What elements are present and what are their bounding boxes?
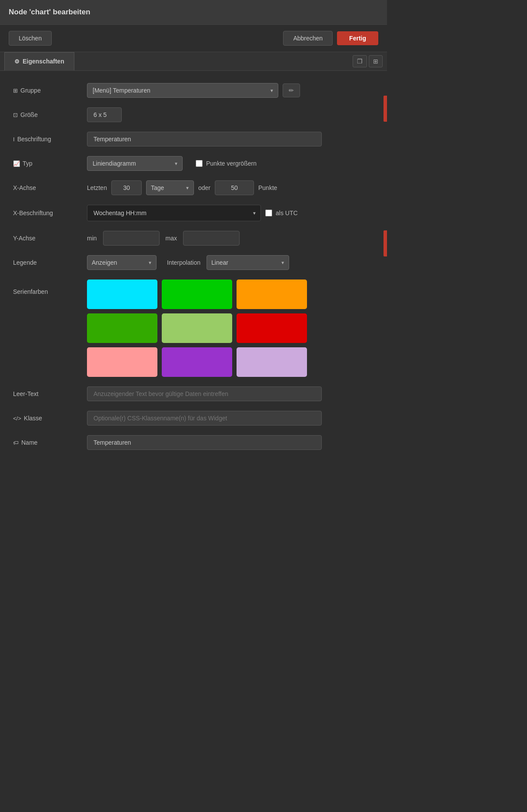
typ-select-wrapper: Liniendiagramm bbox=[87, 156, 183, 171]
xbeschr-select-wrapper: Wochentag HH:mm bbox=[87, 205, 261, 221]
serienfarben-grid bbox=[87, 280, 307, 377]
letzten-label: Letzten bbox=[87, 184, 107, 191]
leertext-input[interactable] bbox=[87, 386, 322, 401]
tab-label: Eigenschaften bbox=[23, 58, 64, 65]
yachse-row: Y-Achse min max bbox=[13, 231, 374, 246]
cancel-button[interactable]: Abbrechen bbox=[283, 31, 333, 46]
tab-icons-right: ❐ ⊞ bbox=[353, 55, 383, 67]
xbeschr-row: X-Beschriftung Wochentag HH:mm als UTC bbox=[13, 205, 374, 221]
klasse-icon: </> bbox=[13, 415, 21, 422]
grid-tab-button[interactable]: ⊞ bbox=[369, 55, 383, 67]
utc-checkbox[interactable] bbox=[265, 210, 272, 216]
color-swatch-5[interactable] bbox=[162, 313, 232, 343]
typ-row: 📈 Typ Liniendiagramm Punkte vergrößern bbox=[13, 156, 374, 171]
xbeschr-controls: Wochentag HH:mm als UTC bbox=[87, 205, 298, 221]
edit-gruppe-button[interactable]: ✏ bbox=[283, 83, 300, 97]
tab-eigenschaften[interactable]: ⚙ Eigenschaften bbox=[4, 52, 74, 71]
beschriftung-input[interactable] bbox=[87, 132, 322, 146]
done-button[interactable]: Fertig bbox=[337, 31, 378, 45]
legende-label: Legende bbox=[13, 259, 83, 266]
title-bar: Node 'chart' bearbeiten bbox=[0, 0, 387, 25]
red-bar-bottom bbox=[384, 230, 387, 256]
tage-select[interactable]: Tage bbox=[146, 180, 194, 195]
xbeschr-select[interactable]: Wochentag HH:mm bbox=[87, 205, 261, 221]
legende-select-wrapper: Anzeigen bbox=[87, 255, 157, 270]
leertext-row: Leer-Text bbox=[13, 386, 374, 401]
gear-icon: ⚙ bbox=[14, 58, 20, 65]
delete-button[interactable]: Löschen bbox=[9, 31, 52, 46]
name-label: 🏷 Name bbox=[13, 439, 83, 446]
color-swatch-7[interactable] bbox=[87, 347, 157, 377]
yachse-controls: min max bbox=[87, 231, 240, 246]
legende-controls: Anzeigen Interpolation Linear bbox=[87, 255, 289, 270]
beschriftung-row: I Beschriftung bbox=[13, 132, 374, 146]
interpolation-select-wrapper: Linear bbox=[207, 255, 289, 270]
color-swatch-3[interactable] bbox=[237, 280, 307, 309]
klasse-label: </> Klasse bbox=[13, 415, 83, 422]
beschriftung-icon: I bbox=[13, 136, 15, 143]
max-label: max bbox=[166, 235, 177, 242]
red-bar-top bbox=[384, 96, 387, 122]
color-swatch-8[interactable] bbox=[162, 347, 232, 377]
gruppe-row: ⊞ Gruppe [Menü] Temperaturen ✏ bbox=[13, 83, 374, 98]
xachse-label: X-Achse bbox=[13, 184, 83, 191]
xachse-controls: Letzten Tage oder Punkte bbox=[87, 180, 277, 195]
content-area: ⊞ Gruppe [Menü] Temperaturen ✏ ⊡ Größe I… bbox=[0, 71, 387, 477]
yachse-label: Y-Achse bbox=[13, 235, 83, 242]
tage-select-wrapper: Tage bbox=[146, 180, 194, 195]
typ-label: 📈 Typ bbox=[13, 160, 83, 167]
groesse-icon: ⊡ bbox=[13, 112, 18, 118]
name-row: 🏷 Name bbox=[13, 435, 374, 450]
xachse-punkte-input[interactable] bbox=[215, 180, 254, 195]
interpolation-select[interactable]: Linear bbox=[207, 255, 289, 270]
yachse-max-input[interactable] bbox=[183, 231, 240, 246]
utc-label: als UTC bbox=[265, 210, 298, 216]
xachse-letzten-input[interactable] bbox=[111, 180, 142, 195]
interpolation-label: Interpolation bbox=[167, 259, 200, 266]
yachse-min-input[interactable] bbox=[103, 231, 160, 246]
beschriftung-label: I Beschriftung bbox=[13, 136, 83, 143]
gruppe-label: ⊞ Gruppe bbox=[13, 87, 83, 94]
color-swatch-4[interactable] bbox=[87, 313, 157, 343]
min-label: min bbox=[87, 235, 97, 242]
punkte-checkbox[interactable] bbox=[196, 160, 203, 167]
legende-row: Legende Anzeigen Interpolation Linear bbox=[13, 255, 374, 270]
punkte-label: Punkte bbox=[258, 184, 277, 191]
leertext-label: Leer-Text bbox=[13, 390, 83, 397]
groesse-input[interactable] bbox=[87, 107, 122, 122]
tabs-bar: ⚙ Eigenschaften ❐ ⊞ bbox=[0, 52, 387, 71]
name-input[interactable] bbox=[87, 435, 322, 450]
klasse-input[interactable] bbox=[87, 411, 322, 426]
gruppe-select[interactable]: [Menü] Temperaturen bbox=[87, 83, 278, 98]
color-swatch-6[interactable] bbox=[237, 313, 307, 343]
groesse-row: ⊡ Größe bbox=[13, 107, 374, 122]
typ-select[interactable]: Liniendiagramm bbox=[87, 156, 183, 171]
xachse-row: X-Achse Letzten Tage oder Punkte bbox=[13, 180, 374, 195]
typ-icon: 📈 bbox=[13, 160, 20, 167]
punkte-checkbox-label: Punkte vergrößern bbox=[196, 160, 257, 167]
xbeschr-label: X-Beschriftung bbox=[13, 210, 83, 216]
color-swatch-9[interactable] bbox=[237, 347, 307, 377]
legende-select[interactable]: Anzeigen bbox=[87, 255, 157, 270]
klasse-row: </> Klasse bbox=[13, 411, 374, 426]
color-swatch-1[interactable] bbox=[87, 280, 157, 309]
copy-tab-button[interactable]: ❐ bbox=[353, 55, 367, 67]
serienfarben-label: Serienfarben bbox=[13, 280, 83, 295]
toolbar: Löschen Abbrechen Fertig bbox=[0, 25, 387, 52]
color-swatch-2[interactable] bbox=[162, 280, 232, 309]
window-title: Node 'chart' bearbeiten bbox=[9, 8, 90, 16]
oder-label: oder bbox=[198, 184, 210, 191]
name-icon: 🏷 bbox=[13, 439, 19, 446]
groesse-label: ⊡ Größe bbox=[13, 111, 83, 118]
gruppe-select-wrapper: [Menü] Temperaturen bbox=[87, 83, 278, 98]
serienfarben-row: Serienfarben bbox=[13, 280, 374, 377]
gruppe-icon: ⊞ bbox=[13, 87, 18, 94]
